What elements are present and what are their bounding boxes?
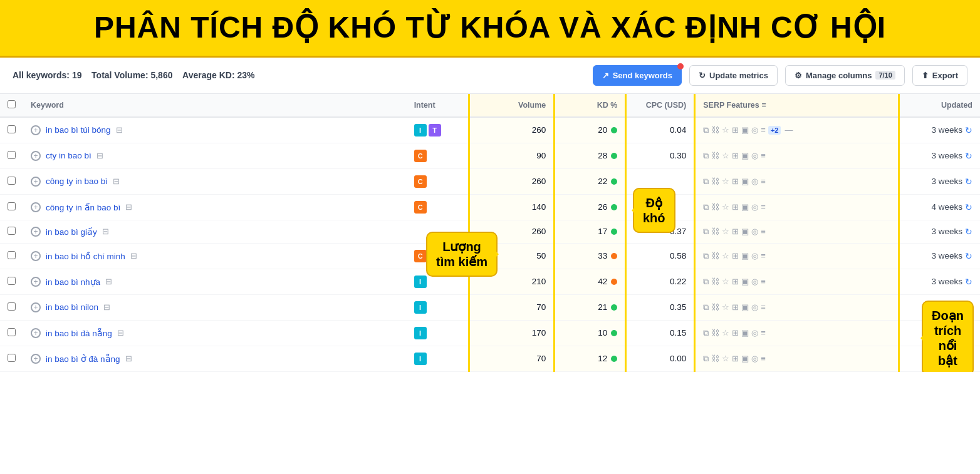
cpc-cell: [626, 168, 695, 194]
keyword-text[interactable]: công ty in ấn bao bì: [46, 202, 120, 212]
update-metrics-button[interactable]: ↻ Update metrics: [689, 65, 778, 86]
refresh-icon[interactable]: ↻: [965, 151, 972, 161]
serp-image-icon: ⊞: [732, 151, 739, 160]
select-all-checkbox[interactable]: [8, 100, 16, 108]
copy-icon[interactable]: ⊟: [105, 277, 112, 286]
serp-search-icon[interactable]: ⧉: [703, 177, 709, 187]
updated-cell: 4 weeks↻: [899, 294, 980, 320]
copy-icon[interactable]: ⊟: [125, 354, 132, 363]
kd-cell: 21: [555, 294, 626, 320]
kd-dot: [611, 279, 617, 285]
kd-value: 42: [598, 277, 607, 286]
keyword-text[interactable]: in bao bì nilon: [46, 302, 98, 312]
header-updated: Updated: [899, 94, 980, 117]
keyword-text[interactable]: công ty in bao bì: [46, 177, 108, 186]
add-keyword-icon[interactable]: +: [31, 177, 41, 187]
intent-cell: C: [407, 168, 469, 194]
row-checkbox[interactable]: [8, 251, 16, 259]
add-keyword-icon[interactable]: +: [31, 227, 41, 237]
copy-icon[interactable]: ⊟: [113, 177, 120, 186]
refresh-icon[interactable]: ↻: [965, 328, 972, 338]
toolbar-stats: All keywords: 19 Total Volume: 5,860 Ave…: [13, 70, 585, 80]
row-checkbox[interactable]: [8, 202, 16, 210]
refresh-icon[interactable]: ↻: [965, 277, 972, 287]
volume-cell: 70: [469, 294, 555, 320]
row-checkbox[interactable]: [8, 177, 16, 185]
row-checkbox[interactable]: [8, 328, 16, 336]
keyword-cell: + công ty in bao bì ⊟: [23, 168, 407, 194]
serp-search-icon[interactable]: ⧉: [703, 354, 709, 364]
serp-search-icon[interactable]: ⧉: [703, 151, 709, 161]
serp-search-icon[interactable]: ⧉: [703, 328, 709, 338]
copy-icon[interactable]: ⊟: [117, 328, 124, 337]
serp-video-icon: ▣: [741, 125, 749, 135]
updated-text: 2 weeks: [931, 354, 962, 363]
row-checkbox[interactable]: [8, 354, 16, 362]
copy-icon[interactable]: ⊟: [130, 251, 137, 260]
keyword-text[interactable]: cty in bao bì: [46, 151, 91, 160]
serp-search-icon[interactable]: ⧉: [703, 277, 709, 287]
kd-dot: [611, 178, 617, 185]
add-keyword-icon[interactable]: +: [31, 251, 41, 261]
add-keyword-icon[interactable]: +: [31, 151, 41, 161]
add-keyword-icon[interactable]: +: [31, 328, 41, 338]
updated-text: 3 weeks: [931, 277, 962, 286]
row-checkbox[interactable]: [8, 125, 16, 133]
volume-cell: 90: [469, 143, 555, 168]
serp-search-icon[interactable]: ⧉: [703, 302, 709, 312]
row-checkbox[interactable]: [8, 277, 16, 285]
serp-list-icon: ≡: [761, 151, 766, 160]
table-row: + công ty in ấn bao bì ⊟ C14026⧉⛓☆⊞▣◎≡4 …: [0, 194, 980, 220]
serp-link-icon: ⛓: [711, 277, 719, 286]
serp-search-icon[interactable]: ⧉: [703, 202, 709, 212]
add-keyword-icon[interactable]: +: [31, 125, 41, 135]
add-keyword-icon[interactable]: +: [31, 277, 41, 287]
serp-search-icon[interactable]: ⧉: [703, 125, 709, 135]
serp-location-icon: ◎: [751, 277, 758, 286]
row-checkbox[interactable]: [8, 151, 16, 159]
row-checkbox[interactable]: [8, 302, 16, 311]
manage-columns-button[interactable]: ⚙ Manage columns 7/10: [785, 65, 905, 86]
copy-icon[interactable]: ⊟: [102, 227, 109, 236]
send-keywords-button[interactable]: ↗ Send keywords: [593, 65, 682, 86]
header-intent: Intent: [407, 94, 469, 117]
add-keyword-icon[interactable]: +: [31, 202, 41, 212]
row-checkbox[interactable]: [8, 227, 16, 235]
serp-search-icon[interactable]: ⧉: [703, 251, 709, 261]
add-keyword-icon[interactable]: +: [31, 302, 41, 312]
serp-list-icon: ≡: [761, 302, 766, 312]
serp-search-icon[interactable]: ⧉: [703, 227, 709, 237]
refresh-icon[interactable]: ↻: [965, 125, 972, 135]
serp-star-icon: ☆: [722, 202, 729, 212]
keyword-cell: + in bao bì nhựa ⊟: [23, 269, 407, 294]
export-button[interactable]: ⬆ Export: [912, 65, 967, 86]
keyword-text[interactable]: in bao bì nhựa: [46, 277, 100, 287]
volume-cell: 210: [469, 269, 555, 294]
refresh-icon[interactable]: ↻: [965, 177, 972, 187]
keyword-text[interactable]: in bao bì hồ chí minh: [46, 251, 125, 261]
refresh-icon[interactable]: ↻: [965, 251, 972, 261]
keyword-text[interactable]: in bao bì giấy: [46, 227, 97, 237]
copy-icon[interactable]: ⊟: [103, 302, 110, 312]
serp-cell: ⧉⛓☆⊞▣◎≡: [695, 143, 899, 168]
refresh-icon[interactable]: ↻: [965, 302, 972, 312]
refresh-icon[interactable]: ↻: [965, 202, 972, 212]
copy-icon[interactable]: ⊟: [116, 125, 123, 135]
copy-icon[interactable]: ⊟: [125, 202, 132, 212]
intent-cell: [407, 220, 469, 243]
refresh-icon[interactable]: ↻: [965, 227, 972, 237]
header-banner: PHÂN TÍCH ĐỘ KHÓ TỪ KHÓA VÀ XÁC ĐỊNH CƠ …: [0, 0, 980, 58]
gear-icon: ⚙: [795, 71, 802, 80]
serp-location-icon: ◎: [751, 151, 758, 160]
total-volume-value: 5,860: [150, 70, 172, 80]
keyword-text[interactable]: in bao bì đà nẵng: [46, 328, 112, 338]
copy-icon[interactable]: ⊟: [96, 151, 103, 160]
intent-badge: C: [414, 150, 427, 162]
add-keyword-icon[interactable]: +: [31, 354, 41, 364]
table-row: + in bao bì giấy ⊟ 260170.37⧉⛓☆⊞▣◎≡3 wee…: [0, 220, 980, 243]
keyword-text[interactable]: in bao bì túi bóng: [46, 125, 111, 135]
updated-text: 3 weeks: [931, 251, 962, 260]
keyword-text[interactable]: in bao bì ở đà nẵng: [46, 354, 120, 364]
refresh-icon[interactable]: ↻: [965, 354, 972, 364]
volume-cell: 140: [469, 194, 555, 220]
